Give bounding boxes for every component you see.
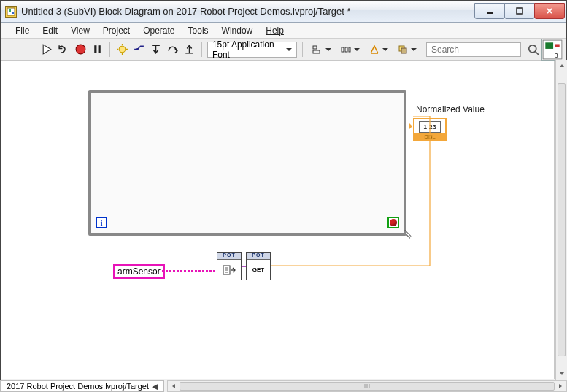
watermark-line3: LabVIEW™ Evaluation Software [327, 338, 536, 354]
cleanup-diagram-button[interactable] [365, 42, 390, 58]
svg-rect-3 [487, 12, 493, 14]
separator [201, 42, 202, 57]
stop-terminal[interactable] [387, 217, 399, 228]
run-continuous-button[interactable] [57, 42, 71, 58]
menubar: File Edit View Project Operate Tools Win… [1, 23, 566, 39]
chevron-left-icon[interactable]: ◀ [152, 381, 158, 392]
indicator-datatype: DBL [414, 133, 445, 139]
menu-tools[interactable]: Tools [182, 24, 215, 37]
app-icon [5, 6, 17, 18]
indicator-value: 1.23 [419, 121, 441, 133]
menu-project[interactable]: Project [97, 24, 136, 37]
subvi-body [217, 260, 241, 280]
svg-rect-6 [94, 45, 96, 53]
iteration-terminal[interactable]: i [96, 217, 107, 228]
ni-logo-icon [327, 308, 365, 334]
svg-point-8 [119, 46, 126, 53]
svg-rect-10 [313, 46, 317, 49]
svg-rect-20 [555, 44, 559, 47]
menu-help[interactable]: Help [260, 24, 290, 37]
retain-wire-values-button[interactable] [132, 42, 146, 58]
watermark: NATIONAL INSTRUMENTS™ LabVIEW™ Evaluatio… [327, 306, 536, 354]
indicator-direction-icon [409, 123, 415, 129]
run-button[interactable] [40, 42, 54, 58]
search-button[interactable] [525, 42, 541, 58]
step-out-button[interactable] [182, 42, 196, 58]
minimize-button[interactable] [474, 3, 505, 19]
svg-point-17 [529, 45, 536, 52]
watermark-line1: NATIONAL [372, 306, 482, 323]
svg-rect-11 [313, 50, 320, 53]
svg-rect-7 [99, 45, 101, 53]
svg-point-5 [76, 45, 85, 54]
vertical-scrollbar[interactable] [555, 60, 567, 380]
project-context-tab[interactable]: 2017 Robot Project Demos.lvproj/Target ◀ [0, 380, 164, 392]
scroll-up-button[interactable] [556, 60, 567, 72]
search-input[interactable] [426, 42, 521, 57]
step-over-button[interactable] [166, 42, 180, 58]
while-loop-structure[interactable]: i [88, 90, 406, 236]
menu-edit[interactable]: Edit [36, 24, 63, 37]
reorder-objects-button[interactable] [393, 42, 419, 58]
svg-rect-16 [401, 48, 406, 53]
menu-operate[interactable]: Operate [137, 24, 180, 37]
scrollbar-thumb[interactable] [558, 83, 566, 356]
subvi-body: GET [247, 260, 270, 280]
watermark-line2: INSTRUMENTS™ [372, 323, 482, 337]
statusbar: 2017 Robot Project Demos.lvproj/Target ◀ [0, 380, 567, 392]
pot-get-vi[interactable]: POT GET [246, 252, 271, 280]
block-diagram-canvas[interactable]: i Normalized Value 1.23 DBL armSensor PO… [1, 61, 555, 379]
context-text: 2017 Robot Project Demos.lvproj/Target [7, 381, 149, 392]
svg-rect-13 [345, 47, 347, 52]
abort-button[interactable] [74, 42, 88, 58]
resize-handle-icon [404, 230, 412, 239]
scroll-down-button[interactable] [556, 368, 567, 380]
menu-file[interactable]: File [9, 24, 35, 37]
scrollbar-thumb[interactable] [180, 382, 555, 391]
maximize-button[interactable] [504, 3, 535, 19]
svg-rect-1 [9, 9, 11, 12]
string-constant[interactable]: armSensor [113, 264, 165, 279]
svg-point-9 [136, 48, 139, 50]
distribute-objects-button[interactable] [336, 42, 362, 58]
numeric-indicator[interactable]: Normalized Value 1.23 DBL [413, 104, 515, 141]
menu-view[interactable]: View [65, 24, 96, 37]
stop-icon [390, 219, 397, 226]
toolbar: 15pt Application Font ? 3 [1, 39, 566, 61]
scroll-left-button[interactable] [168, 381, 180, 391]
align-objects-button[interactable] [308, 42, 333, 58]
step-into-button[interactable] [149, 42, 163, 58]
iteration-symbol: i [100, 218, 102, 227]
vi-icon[interactable]: 3 [541, 39, 563, 61]
svg-rect-12 [342, 47, 344, 52]
app-window: Untitled 3 (SubVI) Block Diagram on 2017… [0, 0, 567, 392]
pot-refnum-vi[interactable]: POT [217, 252, 242, 280]
pause-button[interactable] [90, 42, 104, 58]
svg-text:3: 3 [555, 51, 558, 58]
wire-string [162, 265, 217, 277]
close-button[interactable] [534, 3, 565, 19]
svg-rect-14 [349, 47, 350, 52]
scroll-right-button[interactable] [555, 381, 566, 391]
separator [109, 42, 110, 57]
svg-rect-4 [517, 8, 522, 14]
font-selector[interactable]: 15pt Application Font [207, 42, 297, 58]
menu-window[interactable]: Window [216, 24, 259, 37]
separator [302, 42, 303, 57]
highlight-execution-button[interactable] [115, 42, 129, 58]
horizontal-scrollbar[interactable] [167, 380, 567, 392]
titlebar: Untitled 3 (SubVI) Block Diagram on 2017… [1, 1, 566, 23]
svg-rect-19 [545, 42, 553, 49]
subvi-header: POT [217, 253, 241, 260]
svg-rect-2 [12, 12, 14, 14]
subvi-header: POT [247, 253, 270, 260]
indicator-label: Normalized Value [413, 104, 515, 115]
window-title: Untitled 3 (SubVI) Block Diagram on 2017… [21, 6, 475, 17]
